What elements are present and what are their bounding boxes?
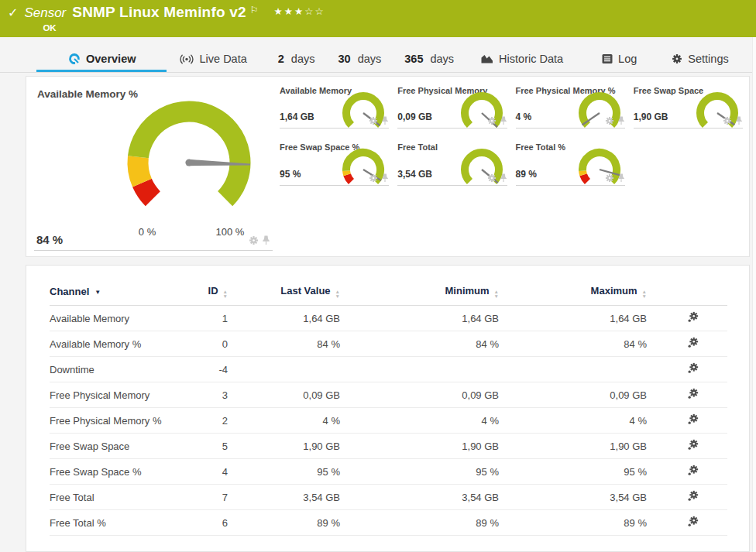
pin-icon[interactable]: [381, 116, 389, 125]
channel-id: -4: [197, 357, 228, 382]
flag-icon[interactable]: ⚐: [250, 5, 259, 15]
channel-settings-icon[interactable]: [687, 516, 699, 530]
pin-icon[interactable]: [617, 173, 625, 183]
sort-arrows-icon: ▲▼: [223, 290, 228, 298]
channel-last-value: 0,09 GB: [228, 382, 340, 408]
tab-label: days: [430, 53, 454, 65]
gauge-tile: Free Physical Memory % 4 %: [516, 82, 625, 129]
gauge-scale-min: 0 %: [129, 226, 166, 238]
channel-id: 4: [197, 459, 228, 485]
gear-icon[interactable]: [605, 116, 614, 125]
channel-last-value: 4 %: [228, 408, 340, 434]
sensor-header: ✓ Sensor SNMP Linux Meminfo v2 ⚐ ★★★☆☆ O…: [0, 0, 756, 37]
tab-label: Historic Data: [499, 53, 563, 65]
column-header-minimum[interactable]: Minimum▲▼: [340, 285, 499, 306]
channel-last-value: [228, 357, 340, 382]
channel-id: 0: [197, 331, 228, 357]
tab-30-days[interactable]: 30 days: [338, 53, 381, 65]
gear-icon[interactable]: [249, 235, 259, 245]
gauge-value: 1,90 GB: [634, 111, 668, 122]
pin-icon[interactable]: [735, 116, 743, 125]
pin-icon[interactable]: [262, 235, 270, 245]
sort-caret-icon: ▼: [94, 289, 101, 296]
channel-maximum: [499, 357, 658, 382]
channel-settings-icon[interactable]: [687, 388, 699, 402]
gear-icon[interactable]: [369, 173, 378, 183]
channel-settings-icon[interactable]: [687, 490, 699, 504]
tab-bar: Overview Live Data 2 days 30 days 365 da…: [0, 37, 756, 73]
channel-maximum: 84 %: [499, 331, 658, 357]
secondary-gauges-grid: Available Memory 1,64 GB Free Physical M…: [280, 77, 743, 256]
tab-live-data[interactable]: Live Data: [179, 53, 247, 65]
gauge-tile: Free Swap Space % 95 %: [280, 139, 389, 186]
tab-label: Log: [618, 53, 637, 65]
tab-2-days[interactable]: 2 days: [278, 53, 315, 65]
column-header-maximum[interactable]: Maximum▲▼: [499, 285, 658, 306]
channel-name: Free Swap Space: [50, 434, 197, 459]
column-header-actions: [658, 285, 727, 306]
tab-log[interactable]: Log: [602, 53, 637, 65]
channel-settings-icon[interactable]: [687, 337, 699, 351]
gauge-tile: Free Swap Space 1,90 GB: [634, 82, 743, 129]
channel-table: Channel▼ ID▲▼ Last Value▲▼ Minimum▲▼ Max…: [50, 285, 727, 536]
channel-minimum: 95 %: [340, 459, 499, 485]
table-row: Available Memory % 0 84 % 84 % 84 %: [50, 331, 727, 357]
gauge-value: 95 %: [280, 169, 301, 180]
channel-minimum: 3,54 GB: [340, 485, 499, 510]
sort-arrows-icon: ▲▼: [642, 290, 647, 298]
table-row: Available Memory 1 1,64 GB 1,64 GB 1,64 …: [50, 306, 727, 331]
channel-settings-icon[interactable]: [687, 311, 699, 325]
pin-icon[interactable]: [617, 116, 625, 125]
channel-name: Available Memory %: [50, 331, 197, 357]
table-row: Free Total % 6 89 % 89 % 89 %: [50, 510, 727, 536]
table-row: Free Total 7 3,54 GB 3,54 GB 3,54 GB: [50, 485, 727, 510]
priority-stars[interactable]: ★★★☆☆: [274, 5, 325, 17]
channel-maximum: 95 %: [499, 459, 658, 485]
tab-settings[interactable]: Settings: [672, 53, 728, 65]
channel-last-value: 1,90 GB: [228, 434, 340, 459]
channel-minimum: 1,90 GB: [340, 434, 499, 459]
gear-icon[interactable]: [605, 173, 614, 183]
tab-historic-data[interactable]: Historic Data: [481, 53, 563, 65]
channel-name: Downtime: [50, 357, 197, 382]
channel-name: Free Physical Memory %: [50, 408, 197, 434]
gear-icon[interactable]: [487, 173, 497, 183]
channel-last-value: 3,54 GB: [228, 485, 340, 510]
table-row: Downtime -4: [50, 357, 727, 382]
tab-overview[interactable]: Overview: [68, 53, 136, 65]
pin-icon[interactable]: [381, 173, 389, 183]
column-header-id[interactable]: ID▲▼: [197, 285, 228, 306]
channel-maximum: 1,90 GB: [499, 434, 658, 459]
channel-settings-icon[interactable]: [687, 465, 699, 478]
channel-id: 2: [197, 408, 228, 434]
gear-icon[interactable]: [487, 116, 497, 125]
channel-maximum: 3,54 GB: [499, 485, 658, 510]
channel-settings-icon[interactable]: [687, 439, 699, 453]
channel-minimum: 84 %: [340, 331, 499, 357]
channel-id: 1: [197, 306, 228, 331]
gear-icon[interactable]: [369, 116, 378, 125]
channel-minimum: 89 %: [340, 510, 499, 536]
channel-maximum: 89 %: [499, 510, 658, 536]
channel-name: Free Physical Memory: [50, 382, 197, 408]
column-header-channel[interactable]: Channel▼: [50, 285, 197, 306]
gauge-tile: Free Physical Memory 0,09 GB: [397, 82, 507, 129]
pin-icon[interactable]: [500, 116, 507, 125]
tab-label: Live Data: [200, 53, 247, 65]
gauge-tile: Free Total 3,54 GB: [397, 139, 507, 186]
channel-settings-icon[interactable]: [687, 413, 699, 427]
channel-settings-icon[interactable]: [687, 362, 699, 376]
gauge-tile: Free Total % 89 %: [516, 139, 625, 186]
scrollbar-track[interactable]: [752, 37, 756, 552]
column-header-last-value[interactable]: Last Value▲▼: [228, 285, 340, 306]
pin-icon[interactable]: [500, 173, 507, 183]
channel-table-panel: Channel▼ ID▲▼ Last Value▲▼ Minimum▲▼ Max…: [26, 265, 750, 552]
status-check-icon: ✓: [8, 5, 18, 20]
gauge-value: 84 %: [36, 233, 63, 246]
table-header-row: Channel▼ ID▲▼ Last Value▲▼ Minimum▲▼ Max…: [50, 285, 727, 306]
channel-last-value: 95 %: [228, 459, 340, 485]
tab-365-days[interactable]: 365 days: [404, 53, 454, 65]
gear-icon[interactable]: [723, 116, 732, 125]
channel-name: Available Memory: [50, 306, 197, 331]
primary-channel-gauge-tile: Available Memory % 0 % 100 % 84 %: [34, 81, 273, 251]
